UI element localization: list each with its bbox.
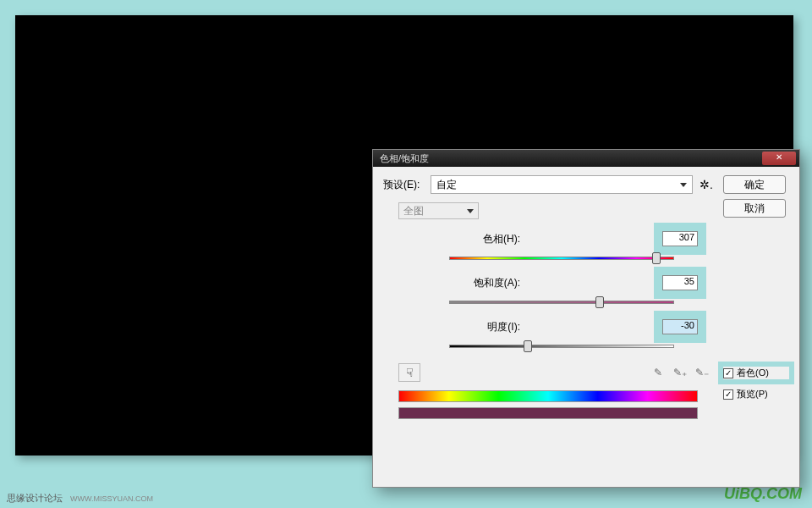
saturation-input[interactable]: 35 — [662, 275, 698, 290]
preview-checkbox-row[interactable]: ✓ 预览(P) — [723, 388, 789, 400]
preset-menu-button[interactable]: ✲. — [700, 178, 713, 191]
colorize-checkbox[interactable]: ✓ — [723, 368, 733, 378]
ok-button[interactable]: 确定 — [723, 175, 786, 194]
dialog-titlebar[interactable]: 色相/饱和度 ✕ — [373, 150, 799, 167]
colorize-label: 着色(O) — [737, 367, 769, 379]
hue-input[interactable]: 307 — [662, 231, 698, 246]
hue-label: 色相(H): — [434, 232, 534, 246]
eyedropper-add-icon[interactable]: ✎₊ — [672, 365, 688, 380]
spectrum-bar-bottom — [398, 407, 698, 419]
channel-select[interactable]: 全图 — [398, 202, 479, 219]
targeted-adjustment-tool[interactable]: ☟ — [398, 363, 420, 382]
eyedropper-icon[interactable]: ✎ — [650, 365, 666, 380]
lightness-slider[interactable] — [449, 338, 674, 353]
chevron-down-icon — [680, 183, 687, 187]
chevron-down-icon — [467, 209, 474, 213]
lightness-input[interactable]: -30 — [662, 319, 698, 334]
saturation-slider[interactable] — [449, 294, 674, 309]
preview-label: 预览(P) — [737, 388, 768, 400]
spectrum-bar-top — [398, 390, 698, 402]
footer-forum-name: 思缘设计论坛 — [7, 493, 63, 503]
logo-uibo: UiBQ.COM — [724, 485, 802, 502]
channel-value: 全图 — [403, 204, 424, 218]
hue-slider[interactable] — [449, 250, 674, 265]
preset-select[interactable]: 自定 — [431, 175, 693, 194]
dialog-title: 色相/饱和度 — [380, 150, 429, 167]
lightness-label: 明度(I): — [434, 320, 534, 334]
preview-checkbox[interactable]: ✓ — [723, 389, 733, 400]
footer-credit: 思缘设计论坛 WWW.MISSYUAN.COM — [7, 492, 153, 505]
eyedropper-subtract-icon[interactable]: ✎₋ — [694, 365, 710, 380]
footer-url: WWW.MISSYUAN.COM — [70, 494, 153, 503]
hue-saturation-dialog: 色相/饱和度 ✕ 预设(E): 自定 ✲. 全图 色相(H): — [372, 149, 800, 488]
close-button[interactable]: ✕ — [762, 152, 796, 165]
saturation-label: 饱和度(A): — [434, 276, 534, 290]
cancel-button[interactable]: 取消 — [723, 199, 786, 218]
preset-value: 自定 — [436, 178, 457, 192]
preset-label: 预设(E): — [383, 178, 431, 192]
colorize-checkbox-row[interactable]: ✓ 着色(O) — [723, 367, 789, 379]
